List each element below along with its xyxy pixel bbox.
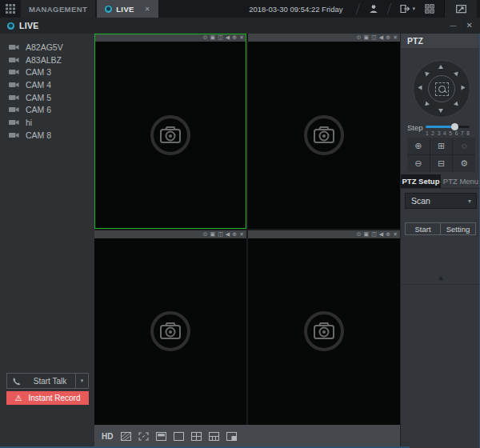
camera-placeholder-icon [150,310,191,352]
digital-zoom-icon[interactable]: ⊕ [386,34,390,42]
fullscreen-view-button[interactable] [138,432,149,441]
tab-live[interactable]: LIVE ✕ [97,0,158,18]
step-slider[interactable] [426,126,470,128]
stream-icon[interactable]: ◫ [371,230,377,238]
snapshot-icon[interactable]: ▣ [364,230,370,238]
stream-icon[interactable]: ◫ [218,34,223,42]
minimize-icon[interactable]: — [450,22,457,30]
record-icon[interactable]: ⊙ [203,230,208,238]
video-panel-body[interactable] [94,42,246,229]
camera-placeholder-icon [303,114,345,156]
focus-out-icon: ⊟ [438,159,445,168]
ptz-3d-position-button[interactable] [428,75,455,102]
camera-item-label: CAM 4 [26,80,51,90]
tab-ptz-setup[interactable]: PTZ Setup [401,174,441,188]
hd-toggle[interactable]: HD [102,432,113,441]
lock-screen-button[interactable] [420,0,439,18]
camera-item-3[interactable]: CAM 3 [0,66,94,78]
original-ratio-button[interactable] [121,432,131,441]
close-video-icon[interactable]: ✕ [239,34,244,42]
fullscreen-button[interactable] [444,0,477,18]
video-panel-3[interactable]: ⊙ ▣ ◫ ◀ ⊕ ✕ [94,230,246,426]
close-video-icon[interactable]: ✕ [239,230,244,238]
talk-dropdown-caret[interactable]: ▾ [75,374,88,388]
video-panel-body[interactable] [248,42,400,229]
ptz-right-arrow[interactable] [462,86,466,90]
digital-zoom-icon[interactable]: ⊕ [232,230,237,238]
focus-out-button[interactable]: ⊟ [430,155,453,172]
tab-ptz-menu[interactable]: PTZ Menu [441,174,480,188]
snapshot-icon[interactable]: ▣ [364,34,370,42]
monitor-icon [156,432,166,441]
ptz-tabs: PTZ Setup PTZ Menu [401,174,480,189]
tab-close-icon[interactable]: ✕ [145,6,150,13]
ptz-down-right-arrow[interactable] [454,102,460,108]
camera-item-6[interactable]: CAM 6 [0,103,94,116]
video-panel-4[interactable]: ⊙ ▣ ◫ ◀ ⊕ ✕ [248,230,400,426]
ptz-down-left-arrow[interactable] [423,102,430,108]
focus-in-button[interactable]: ⊞ [430,138,453,154]
digital-zoom-icon[interactable]: ⊕ [232,34,237,42]
zoom-out-button[interactable]: ⊖ [407,155,430,172]
stream-icon[interactable]: ◫ [371,34,377,42]
ptz-up-right-arrow[interactable] [454,70,460,77]
page-title: LIVE [19,21,39,30]
stream-icon[interactable]: ◫ [218,230,223,238]
ptz-up-arrow[interactable] [438,65,443,69]
zoom-in-button[interactable]: ⊕ [407,138,430,154]
split-1-button[interactable] [174,432,184,441]
original-ratio-icon [121,432,131,441]
single-screen-button[interactable] [156,432,166,441]
iris-open-button[interactable]: ◌ [453,138,475,154]
close-icon[interactable]: ✕ [466,22,473,30]
start-button[interactable]: Start [405,222,441,235]
close-video-icon[interactable]: ✕ [393,34,398,42]
camera-placeholder-icon [303,310,345,352]
split-4-button[interactable] [191,432,202,441]
camera-item-7[interactable]: hi [0,116,94,129]
audio-icon[interactable]: ◀ [379,34,383,42]
camera-item-8[interactable]: CAM 8 [0,129,94,142]
setting-button[interactable]: Setting [440,222,476,235]
split-custom-button[interactable] [226,432,237,441]
start-talk-label: Start Talk [25,377,75,386]
close-video-icon[interactable]: ✕ [393,230,398,238]
audio-icon[interactable]: ◀ [226,34,230,42]
camera-item-5[interactable]: CAM 5 [0,91,94,104]
step-slider-thumb[interactable] [451,123,458,130]
ptz-up-left-arrow[interactable] [423,70,430,77]
ptz-function-select[interactable]: Scan ▾ [405,193,477,209]
record-icon[interactable]: ⊙ [203,34,208,42]
iris-close-button[interactable]: ⚙ [453,155,475,172]
digital-zoom-icon[interactable]: ⊕ [386,230,390,238]
ptz-step-row: Step 1 2 3 4 5 6 7 8 [401,121,480,137]
snapshot-icon[interactable]: ▣ [210,230,216,238]
video-panel-1[interactable]: ⊙ ▣ ◫ ◀ ⊕ ✕ [94,34,246,229]
divider [401,284,480,285]
camera-item-2[interactable]: A83ALBZ [0,54,94,66]
audio-icon[interactable]: ◀ [226,230,230,238]
snapshot-icon[interactable]: ▣ [210,34,216,42]
video-panel-body[interactable] [248,238,400,426]
video-camera-icon [9,69,19,75]
audio-icon[interactable]: ◀ [379,230,383,238]
ptz-left-arrow[interactable] [418,86,422,90]
camera-item-1[interactable]: A82AG5V [0,41,94,54]
record-icon[interactable]: ⊙ [357,230,362,238]
record-icon[interactable]: ⊙ [357,34,362,42]
video-panel-body[interactable] [94,238,246,426]
video-panel-2[interactable]: ⊙ ▣ ◫ ◀ ⊕ ✕ [248,34,400,229]
home-menu-button[interactable] [0,0,21,18]
start-talk-button[interactable]: Start Talk ▾ [6,373,89,389]
collapse-panel-button[interactable]: ▲ [401,274,480,282]
camera-item-label: A83ALBZ [26,55,62,65]
split-6-button[interactable] [209,432,219,441]
logout-button[interactable]: ▾ [395,0,420,18]
iris-open-icon: ◌ [462,142,467,150]
video-camera-icon [9,57,19,63]
user-button[interactable] [364,0,383,18]
tab-management[interactable]: MANAGEMENT [21,0,95,18]
ptz-down-arrow[interactable] [438,109,443,113]
instant-record-button[interactable]: ⚠ Instant Record [6,391,89,405]
camera-item-4[interactable]: CAM 4 [0,78,94,91]
